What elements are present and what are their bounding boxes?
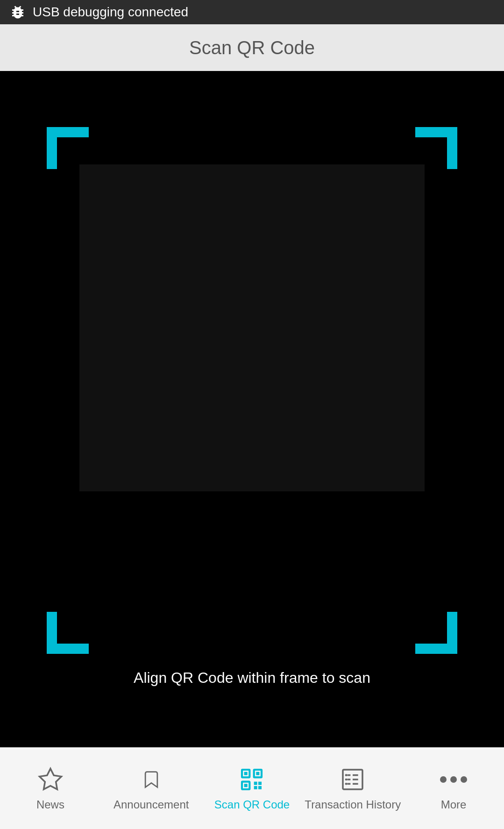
page-title: Scan QR Code [189, 37, 315, 58]
nav-item-more[interactable]: More [403, 748, 504, 829]
nav-item-scan-qr[interactable]: Scan QR Code [202, 748, 303, 829]
camera-view: Align QR Code within frame to scan [0, 71, 504, 747]
status-bar: USB debugging connected [0, 0, 504, 24]
svg-marker-0 [40, 769, 62, 789]
corner-top-right [415, 127, 457, 169]
nav-label-scan-qr: Scan QR Code [214, 798, 290, 811]
bottom-nav: News Announcement [0, 747, 504, 829]
app-header: Scan QR Code [0, 24, 504, 71]
svg-rect-6 [244, 784, 248, 787]
more-dots [440, 776, 467, 783]
svg-point-20 [345, 779, 348, 781]
corner-bottom-left [47, 612, 89, 654]
nav-item-announcement[interactable]: Announcement [101, 748, 202, 829]
list-icon [339, 765, 367, 794]
svg-rect-4 [244, 772, 248, 775]
svg-point-19 [345, 774, 348, 776]
status-text: USB debugging connected [33, 5, 188, 20]
qr-icon [238, 765, 266, 794]
corner-top-left [47, 127, 89, 169]
nav-label-news: News [36, 798, 64, 811]
nav-label-transaction-history: Transaction History [305, 798, 401, 811]
svg-rect-10 [254, 786, 257, 789]
svg-point-21 [345, 783, 348, 785]
svg-rect-8 [254, 782, 257, 785]
qr-frame [47, 127, 457, 654]
nav-label-announcement: Announcement [114, 798, 189, 811]
nav-item-transaction-history[interactable]: Transaction History [302, 748, 403, 829]
nav-label-more: More [441, 798, 467, 811]
corner-bottom-right [415, 612, 457, 654]
bookmark-icon [137, 765, 165, 794]
align-text: Align QR Code within frame to scan [0, 669, 504, 687]
bug-icon [9, 4, 26, 21]
star-icon [36, 765, 64, 794]
svg-rect-5 [256, 772, 260, 775]
svg-rect-11 [258, 786, 262, 789]
nav-item-news[interactable]: News [0, 748, 101, 829]
more-icon [440, 765, 468, 794]
svg-rect-9 [258, 782, 262, 785]
